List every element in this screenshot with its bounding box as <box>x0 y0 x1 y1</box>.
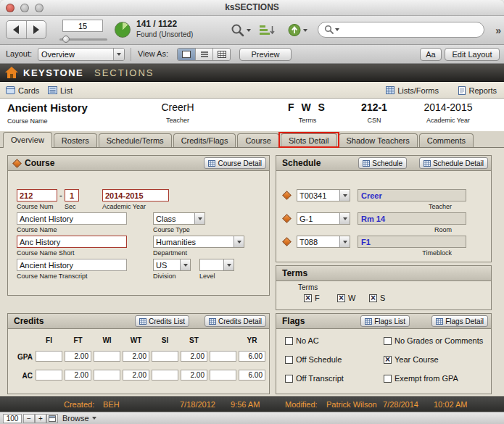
col-st: ST <box>181 336 207 344</box>
share-icon[interactable] <box>287 23 302 37</box>
tab-overview[interactable]: Overview <box>3 132 52 148</box>
timeblock-code-dropdown[interactable]: T088 <box>297 236 350 248</box>
course-name-transcript-field[interactable]: Ancient History <box>17 259 127 271</box>
tab-slots-detail[interactable]: Slots Detail <box>281 133 337 147</box>
timeblock-name-field[interactable]: F1 <box>358 236 466 248</box>
ac-extra-field[interactable] <box>210 370 236 381</box>
tab-label: Credits/Flags <box>181 136 228 145</box>
gpa-ft-field[interactable]: 2.00 <box>65 351 91 362</box>
record-number-input[interactable] <box>62 20 103 32</box>
schedule-button[interactable]: Schedule <box>358 157 407 169</box>
ac-fi-field[interactable] <box>36 370 62 381</box>
chevron-down-icon <box>92 417 96 420</box>
term-s-checkbox[interactable]: × S <box>369 294 385 302</box>
room-code-dropdown[interactable]: G-1 <box>297 212 350 225</box>
find-menu-caret-icon[interactable] <box>247 29 251 32</box>
flag-exempt-gpa-checkbox[interactable]: Exempt from GPA <box>384 374 458 383</box>
gpa-wt-field[interactable]: 2.00 <box>123 351 149 362</box>
preview-button[interactable]: Preview <box>239 48 292 61</box>
flag-off-schedule-checkbox[interactable]: Off Schedule <box>285 355 342 364</box>
col-yr: YR <box>239 336 265 344</box>
sec-field[interactable]: 1 <box>65 189 79 201</box>
layout-dropdown-value: Overview <box>38 49 113 60</box>
teacher-name-field[interactable]: Creer <box>358 189 466 201</box>
tab-label: Course <box>245 136 270 145</box>
related-teacher-icon[interactable] <box>282 191 292 200</box>
tab-rosters[interactable]: Rosters <box>54 133 97 147</box>
flag-no-grades-checkbox[interactable]: No Grades or Comments <box>384 336 483 345</box>
tab-credits-flags[interactable]: Credits/Flags <box>173 133 236 147</box>
layout-dropdown[interactable]: Overview <box>38 48 125 61</box>
gpa-si-field[interactable] <box>152 351 178 362</box>
search-input[interactable] <box>318 22 484 38</box>
mode-dropdown[interactable]: Browse <box>62 414 96 423</box>
related-room-icon[interactable] <box>282 214 292 223</box>
credits-list-button[interactable]: Credits List <box>135 315 189 327</box>
sort-icon[interactable] <box>260 23 275 36</box>
course-num-field[interactable]: 212 <box>17 189 57 201</box>
gpa-st-field[interactable]: 2.00 <box>181 351 207 362</box>
lists-forms-button[interactable]: Lists/Forms <box>386 84 439 96</box>
academic-year-label: Academic Year <box>102 203 146 210</box>
room-name-field[interactable]: Rm 14 <box>358 212 466 225</box>
next-record-button[interactable] <box>27 21 46 38</box>
slider-thumb[interactable] <box>62 36 70 43</box>
zoom-in-button[interactable]: + <box>35 414 46 423</box>
prev-record-button[interactable] <box>7 21 27 38</box>
ac-ft-field[interactable]: 2.00 <box>65 370 91 381</box>
course-type-dropdown[interactable]: Class <box>153 212 205 225</box>
tab-course[interactable]: Course <box>237 133 278 147</box>
division-dropdown[interactable]: US <box>153 259 191 271</box>
edit-layout-button[interactable]: Edit Layout <box>445 48 500 61</box>
cards-button[interactable]: Cards <box>6 84 39 96</box>
record-slider[interactable] <box>59 36 107 43</box>
gpa-fi-field[interactable] <box>36 351 62 362</box>
level-dropdown[interactable] <box>199 259 234 271</box>
tab-shadow-teachers[interactable]: Shadow Teachers <box>339 133 418 147</box>
ac-si-field[interactable] <box>152 370 178 381</box>
format-text-button[interactable]: Aa <box>420 48 442 61</box>
related-course-icon[interactable] <box>12 159 22 168</box>
gpa-wi-field[interactable] <box>94 351 120 362</box>
list-button[interactable]: List <box>48 84 73 96</box>
ac-wi-field[interactable] <box>94 370 120 381</box>
toolbar-toggle-button[interactable] <box>46 414 58 423</box>
view-as-table-button[interactable] <box>212 49 230 60</box>
gpa-yr-field[interactable]: 6.00 <box>239 351 265 362</box>
teacher-code-dropdown[interactable]: T00341 <box>297 189 350 201</box>
terms-panel-title: Terms <box>282 268 307 278</box>
flag-year-course-checkbox[interactable]: × Year Course <box>384 355 439 364</box>
academic-year-field[interactable]: 2014-2015 <box>102 189 169 201</box>
flag-off-transcript-checkbox[interactable]: Off Transcript <box>285 374 344 383</box>
term-f-checkbox[interactable]: × F <box>304 294 320 302</box>
ac-st-field[interactable]: 2.00 <box>181 370 207 381</box>
schedule-panel: Schedule Schedule Schedule Detail <box>276 155 492 262</box>
schedule-detail-button[interactable]: Schedule Detail <box>419 157 488 169</box>
flags-detail-button[interactable]: Flags Detail <box>431 315 488 327</box>
course-detail-button[interactable]: Course Detail <box>204 157 266 169</box>
related-timeblock-icon[interactable] <box>282 237 292 246</box>
find-icon[interactable] <box>231 23 244 37</box>
tab-schedule-terms[interactable]: Schedule/Terms <box>99 133 172 147</box>
term-w-checkbox[interactable]: × W <box>337 294 355 302</box>
ac-wt-field[interactable]: 2.00 <box>123 370 149 381</box>
flags-list-button[interactable]: Flags List <box>360 315 410 327</box>
view-as-form-button[interactable] <box>178 49 195 60</box>
schedule-button-label: Schedule <box>372 159 402 167</box>
zoom-level[interactable]: 100 <box>3 414 22 423</box>
zoom-out-button[interactable]: − <box>23 414 35 423</box>
tab-comments[interactable]: Comments <box>419 133 474 147</box>
share-menu-caret-icon[interactable] <box>303 29 307 32</box>
search-scope-caret-icon[interactable] <box>335 28 339 31</box>
reports-button[interactable]: Reports <box>458 84 497 96</box>
flag-no-ac-checkbox[interactable]: No AC <box>285 336 319 345</box>
course-name-short-field[interactable]: Anc History <box>17 236 127 248</box>
ac-yr-field[interactable]: 6.00 <box>239 370 265 381</box>
gpa-extra-field[interactable] <box>210 351 236 362</box>
department-dropdown[interactable]: Humanities <box>153 236 244 248</box>
toolbar-overflow-icon[interactable]: » <box>495 25 501 36</box>
course-name-field[interactable]: Ancient History <box>17 212 127 225</box>
view-as-list-button[interactable] <box>195 49 212 60</box>
created-date: 7/18/2012 <box>180 400 215 409</box>
credits-detail-button[interactable]: Credits Detail <box>205 315 266 327</box>
